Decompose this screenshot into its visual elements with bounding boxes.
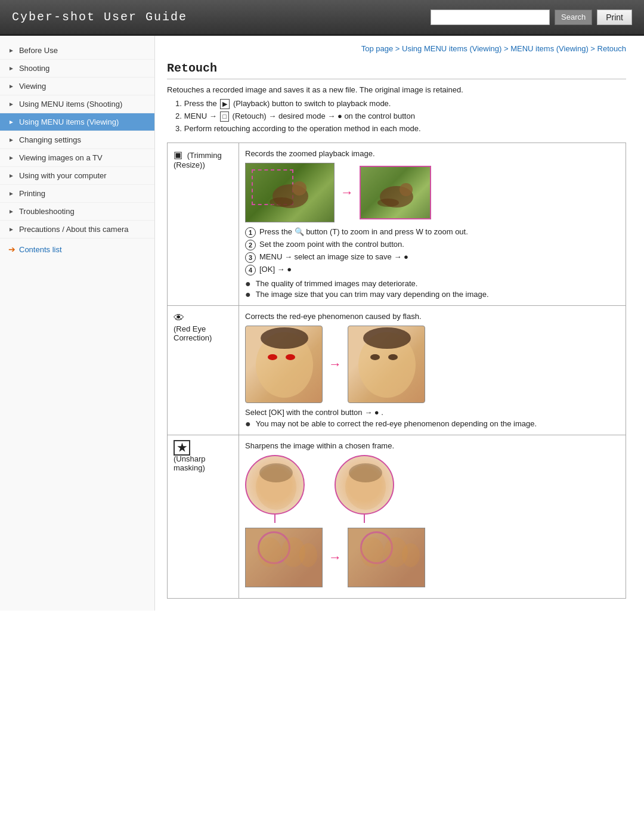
svg-point-17	[349, 463, 382, 482]
app-title: Cyber-shot User Guide	[12, 10, 187, 24]
bird-image-left	[245, 163, 335, 222]
sidebar-item-using-menu-shooting[interactable]: ► Using MENU items (Shooting)	[0, 95, 154, 113]
sidebar-item-before-use[interactable]: ► Before Use	[0, 42, 154, 60]
unsharp-images-top	[245, 455, 620, 523]
connector-line	[274, 515, 275, 523]
child-right-col	[335, 455, 394, 523]
table-row: ★ (Unsharpmasking) Sharpens the image wi…	[168, 435, 626, 599]
red-eye-images: →	[245, 326, 620, 403]
chevron-right-icon: ►	[8, 119, 14, 125]
playback-icon: ▶	[220, 99, 230, 109]
row-header: Records the zoomed playback image.	[245, 149, 620, 158]
red-eye-icon: 👁	[174, 312, 184, 324]
intro-text: Retouches a recorded image and saves it …	[167, 85, 626, 94]
svg-point-23	[360, 537, 384, 567]
svg-point-2	[270, 197, 293, 207]
header: Cyber-shot User Guide Search Print	[0, 0, 644, 36]
child-left-col	[245, 455, 305, 523]
chevron-right-icon: ►	[8, 226, 14, 233]
arrow-right-icon: ➔	[8, 244, 16, 254]
chevron-right-icon: ►	[8, 101, 14, 107]
breadcrumb-using-menu-viewing[interactable]: Using MENU items (Viewing)	[402, 44, 501, 53]
sidebar-item-viewing-tv[interactable]: ► Viewing images on a TV	[0, 149, 154, 167]
contents-list-link[interactable]: ➔ Contents list	[0, 239, 154, 260]
sidebar: ► Before Use ► Shooting ► Viewing ► Usin…	[0, 36, 155, 611]
svg-point-1	[292, 181, 306, 196]
sidebar-item-printing[interactable]: ► Printing	[0, 185, 154, 203]
sub-step: 1 Press the 🔍 button (T) to zoom in and …	[245, 227, 620, 238]
sidebar-item-using-computer[interactable]: ► Using with your computer	[0, 167, 154, 185]
breadcrumb-retouch[interactable]: Retouch	[597, 44, 626, 53]
trimming-images: →	[245, 163, 620, 222]
retouch-icon: □	[220, 112, 229, 122]
header-controls: Search Print	[431, 10, 632, 25]
unsharp-icon: ★	[174, 440, 190, 456]
sub-step: 2 Set the zoom point with the control bu…	[245, 240, 620, 250]
step-num: 2.	[175, 112, 182, 120]
bullet-icon: ●	[245, 290, 251, 299]
sidebar-item-label: Printing	[19, 189, 45, 198]
sub-step: 3 MENU → select an image size to save → …	[245, 252, 620, 263]
sub-step-text: [OK] → ●	[259, 265, 292, 274]
sidebar-item-label: Viewing	[19, 82, 46, 91]
svg-point-13	[363, 327, 411, 349]
row-icon-cell: 👁 (Red EyeCorrection)	[168, 306, 239, 435]
svg-point-4	[400, 183, 413, 196]
step-3: 3. Perform retouching according to the o…	[175, 124, 626, 133]
trimming-icon: ▣	[174, 150, 182, 160]
chevron-right-icon: ►	[8, 154, 14, 161]
svg-point-8	[286, 354, 295, 360]
chevron-right-icon: ►	[8, 65, 14, 72]
arrow-icon: →	[329, 550, 342, 565]
sidebar-item-label: Using MENU items (Shooting)	[19, 100, 122, 109]
print-button[interactable]: Print	[597, 10, 632, 25]
child-face-circle-left	[245, 455, 305, 515]
svg-point-19	[258, 537, 281, 567]
step-2: 2. MENU → □ (Retouch) → desired mode → ●…	[175, 112, 626, 122]
breadcrumb: Top page > Using MENU items (Viewing) > …	[167, 44, 626, 53]
group-photo-right	[348, 528, 425, 587]
sidebar-item-precautions[interactable]: ► Precautions / About this camera	[0, 221, 154, 239]
chevron-right-icon: ►	[8, 208, 14, 215]
sidebar-item-changing-settings[interactable]: ► Changing settings	[0, 131, 154, 149]
face-image-left	[245, 326, 323, 403]
sidebar-item-label: Precautions / About this camera	[19, 225, 129, 234]
sub-step: 4 [OK] → ●	[245, 265, 620, 275]
sub-step-text: MENU → select an image size to save → ●	[259, 252, 408, 261]
sidebar-item-shooting[interactable]: ► Shooting	[0, 60, 154, 78]
chevron-right-icon: ►	[8, 47, 14, 54]
search-input[interactable]	[431, 10, 550, 25]
breadcrumb-menu-items-viewing[interactable]: MENU items (Viewing)	[510, 44, 589, 53]
sidebar-item-label: Before Use	[19, 46, 58, 55]
page-title: Retouch	[167, 61, 626, 79]
svg-point-11	[370, 354, 380, 360]
step-circle: 4	[245, 265, 256, 275]
sidebar-item-troubleshooting[interactable]: ► Troubleshooting	[0, 203, 154, 221]
search-button[interactable]: Search	[555, 10, 592, 25]
step-text: MENU → □ (Retouch) → desired mode → ● on…	[184, 112, 415, 122]
table-row: ▣ (Trimming(Resize)) Records the zoomed …	[168, 143, 626, 306]
step-num: 1.	[175, 99, 182, 108]
main-content: Top page > Using MENU items (Viewing) > …	[155, 36, 644, 611]
red-eye-label: (Red EyeCorrection)	[174, 324, 212, 342]
step-1: 1. Press the ▶ (Playback) button to swit…	[175, 99, 626, 109]
step-num: 3.	[175, 124, 182, 133]
svg-point-12	[388, 354, 398, 360]
bird-image-right	[360, 166, 431, 219]
chevron-right-icon: ►	[8, 137, 14, 143]
sidebar-item-label: Changing settings	[19, 135, 81, 144]
sidebar-item-label: Shooting	[19, 64, 49, 73]
row-header: Corrects the red-eye phenomenon caused b…	[245, 312, 620, 321]
step-circle: 3	[245, 252, 256, 263]
child-face-circle-right	[335, 455, 394, 515]
sidebar-item-label: Viewing images on a TV	[19, 153, 103, 162]
retouch-table: ▣ (Trimming(Resize)) Records the zoomed …	[167, 143, 626, 599]
select-note: Select [OK] with the control button → ● …	[245, 408, 620, 417]
note-text: The quality of trimmed images may deteri…	[256, 279, 418, 288]
svg-point-7	[268, 354, 277, 360]
breadcrumb-top[interactable]: Top page	[361, 44, 394, 53]
sidebar-item-viewing[interactable]: ► Viewing	[0, 78, 154, 95]
sidebar-item-using-menu-viewing[interactable]: ► Using MENU items (Viewing)	[0, 113, 154, 131]
step-text: Press the ▶ (Playback) button to switch …	[184, 99, 391, 109]
row-content-cell: Corrects the red-eye phenomenon caused b…	[239, 306, 626, 435]
